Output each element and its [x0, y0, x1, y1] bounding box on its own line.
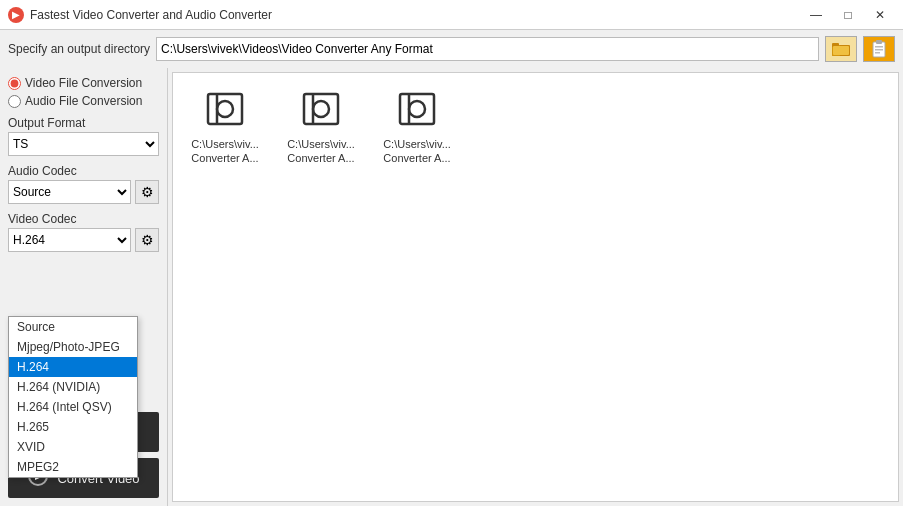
output-format-select[interactable]: TS MP4 AVI MKV	[8, 132, 159, 156]
title-bar: ▶ Fastest Video Converter and Audio Conv…	[0, 0, 903, 30]
file-name-3: C:\Users\viv...Converter A...	[383, 137, 451, 166]
output-format-section: Output Format TS MP4 AVI MKV	[8, 116, 159, 156]
file-item[interactable]: C:\Users\viv...Converter A...	[281, 85, 361, 166]
app-icon: ▶	[8, 7, 24, 23]
dropdown-item[interactable]: H.264 (NVIDIA)	[9, 377, 137, 397]
close-button[interactable]: ✕	[865, 4, 895, 26]
right-panel: C:\Users\viv...Converter A... C:\Users\v…	[172, 72, 899, 502]
content-area: Video File Conversion Audio File Convers…	[0, 68, 903, 506]
file-item[interactable]: C:\Users\viv...Converter A...	[377, 85, 457, 166]
left-panel: Video File Conversion Audio File Convers…	[0, 68, 168, 506]
video-codec-dropdown: SourceMjpeg/Photo-JPEGH.264H.264 (NVIDIA…	[8, 316, 138, 478]
file-name-1: C:\Users\viv...Converter A...	[191, 137, 259, 166]
audio-conversion-label: Audio File Conversion	[25, 94, 142, 108]
maximize-button[interactable]: □	[833, 4, 863, 26]
dropdown-item[interactable]: Source	[9, 317, 137, 337]
dropdown-item[interactable]: H.264	[9, 357, 137, 377]
audio-conversion-radio[interactable]: Audio File Conversion	[8, 94, 159, 108]
file-item[interactable]: C:\Users\viv...Converter A...	[185, 85, 265, 166]
output-format-label: Output Format	[8, 116, 159, 130]
dropdown-item[interactable]: H.265	[9, 417, 137, 437]
clipboard-button[interactable]	[863, 36, 895, 62]
svg-rect-20	[400, 94, 434, 124]
file-icon	[201, 85, 249, 133]
conversion-type-group: Video File Conversion Audio File Convers…	[8, 76, 159, 108]
svg-rect-3	[833, 46, 849, 55]
folder-browse-button[interactable]	[825, 36, 857, 62]
svg-rect-14	[208, 94, 242, 124]
folder-icon	[832, 42, 850, 56]
output-dir-label: Specify an output directory	[8, 42, 150, 56]
top-bar: Specify an output directory	[0, 30, 903, 68]
audio-codec-settings-button[interactable]: ⚙	[135, 180, 159, 204]
video-conversion-label: Video File Conversion	[25, 76, 142, 90]
svg-point-15	[217, 101, 233, 117]
title-bar-text: Fastest Video Converter and Audio Conver…	[30, 8, 801, 22]
video-codec-label: Video Codec	[8, 212, 159, 226]
dropdown-item[interactable]: MPEG2	[9, 457, 137, 477]
file-icon	[297, 85, 345, 133]
svg-point-21	[409, 101, 425, 117]
svg-rect-17	[304, 94, 338, 124]
clipboard-icon	[870, 40, 888, 58]
app-body: Specify an output directory	[0, 30, 903, 506]
svg-rect-8	[875, 52, 880, 54]
svg-rect-5	[876, 40, 882, 44]
file-icon	[393, 85, 441, 133]
audio-codec-select[interactable]: Source AAC MP3	[8, 180, 131, 204]
minimize-button[interactable]: —	[801, 4, 831, 26]
dropdown-item[interactable]: H.264 (Intel QSV)	[9, 397, 137, 417]
audio-codec-label: Audio Codec	[8, 164, 159, 178]
video-codec-settings-button[interactable]: ⚙	[135, 228, 159, 252]
svg-point-18	[313, 101, 329, 117]
video-codec-section: Video Codec H.264 Source H.265 ⚙	[8, 212, 159, 252]
output-dir-input[interactable]	[156, 37, 819, 61]
video-codec-select[interactable]: H.264 Source H.265	[8, 228, 131, 252]
title-bar-controls: — □ ✕	[801, 4, 895, 26]
dropdown-item[interactable]: Mjpeg/Photo-JPEG	[9, 337, 137, 357]
svg-rect-6	[875, 46, 883, 48]
audio-codec-section: Audio Codec Source AAC MP3 ⚙	[8, 164, 159, 204]
dropdown-item[interactable]: XVID	[9, 437, 137, 457]
video-conversion-radio[interactable]: Video File Conversion	[8, 76, 159, 90]
svg-rect-7	[875, 49, 883, 51]
file-name-2: C:\Users\viv...Converter A...	[287, 137, 355, 166]
